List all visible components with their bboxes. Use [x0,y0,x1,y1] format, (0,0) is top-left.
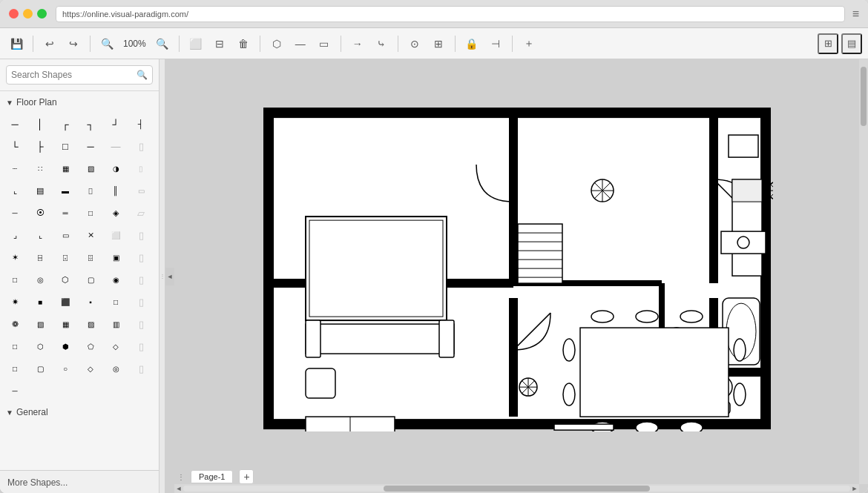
shape-oct[interactable]: ⬡ [30,336,50,357]
shape-blank13[interactable] [55,380,76,401]
shape-wall-v[interactable]: │ [30,113,50,134]
select-mode-button[interactable]: ⊙ [404,33,425,54]
shape-x-cross[interactable]: ⨯ [80,225,101,245]
page-tab-1[interactable]: Page-1 [191,470,233,483]
shape-round-sq[interactable]: ▢ [80,269,101,290]
shape-blank[interactable]: ▯ [131,136,151,156]
shape-blank3[interactable]: ▭ [131,180,151,201]
shape-asterisk[interactable]: ✷ [4,291,25,312]
shape-circle-sq[interactable]: ◎ [30,269,50,290]
floor-plan-section-header[interactable]: ▼ Floor Plan [0,94,159,110]
shape-corner2[interactable]: ⌞ [4,180,25,201]
shape-corner-br[interactable]: ┘ [105,113,126,134]
shape-h-line[interactable]: ─ [80,136,101,156]
lock-button[interactable]: 🔒 [461,33,482,54]
canvas-scroll-left-arrow[interactable]: ◄ [165,268,174,285]
distribute-button[interactable]: ⊣ [485,33,506,54]
delete-button[interactable]: 🗑 [233,33,254,54]
search-icon[interactable]: 🔍 [137,70,148,80]
close-button[interactable] [9,9,19,19]
shape-sq6[interactable]: □ [105,291,126,312]
shape-frame[interactable]: ⬜ [105,225,126,245]
search-input[interactable] [11,70,137,80]
sidebar-resize-handle[interactable]: ⋮ [160,59,165,493]
shape-window[interactable]: ⌷ [80,180,101,201]
shape-blank14[interactable] [80,380,101,401]
paste-button[interactable]: ⊟ [209,33,230,54]
scroll-left-arrow[interactable]: ◄ [174,484,183,493]
shape-corner-tr[interactable]: ┐ [80,113,101,134]
shape-misc3[interactable]: ○ [55,358,76,379]
shape-misc5[interactable]: ◎ [105,358,126,379]
shape-sq10[interactable]: ▥ [105,314,126,334]
shape-radial[interactable]: ⦿ [30,202,50,223]
shape-double[interactable]: ═ [55,202,76,223]
shape-blank7[interactable]: ▯ [131,269,151,290]
shape-sq2[interactable]: □ [4,269,25,290]
shape-blank10[interactable]: ▯ [131,336,151,357]
shape-view[interactable]: ▤ [30,180,50,201]
shape-sq9[interactable]: ▨ [80,314,101,334]
grid-view-button[interactable]: ⊞ [818,33,838,54]
shape-multi[interactable]: ◉ [105,269,126,290]
shape-misc2[interactable]: ▢ [30,358,50,379]
shape-hatch[interactable]: ▦ [55,158,76,179]
shape-line-h[interactable]: ─ [4,380,25,401]
add-page-button[interactable]: + [239,469,254,484]
shape-corner-tl[interactable]: ┌ [55,113,76,134]
shape-narrow[interactable]: ║ [105,180,126,201]
maximize-button[interactable] [37,9,47,19]
shape-flower[interactable]: ✶ [4,247,25,268]
shape-l-corner[interactable]: ⌟ [4,225,25,245]
shape-sq8[interactable]: ▦ [55,314,76,334]
shape-radial2[interactable]: ⬡ [55,269,76,290]
shape-rect-sm[interactable]: ▬ [55,180,76,201]
shape-badge[interactable]: ◑ [105,158,126,179]
shape-l-flip[interactable]: ⌞ [30,225,50,245]
menu-icon[interactable]: ≡ [852,7,859,21]
shape-sq4[interactable]: ⬛ [55,291,76,312]
shape-misc1[interactable]: □ [4,358,25,379]
minimize-button[interactable] [23,9,33,19]
copy-button[interactable]: ⬜ [185,33,206,54]
search-input-wrap[interactable]: 🔍 [6,65,153,85]
shape-dots-grid[interactable]: ∷ [30,158,50,179]
shape-style-button[interactable]: ▭ [314,33,335,54]
general-section-header[interactable]: ▼ General [0,404,159,420]
shape-wide-rect[interactable]: ▭ [55,225,76,245]
shape-blank12[interactable] [30,380,50,401]
url-bar[interactable]: https://online.visual-paradigm.com/ [56,6,845,22]
shape-blank11[interactable]: ▯ [131,358,151,379]
shape-grid-sm[interactable]: ⌸ [30,247,50,268]
shape-blank16[interactable] [131,380,151,401]
horizontal-scroll-thumb[interactable] [384,486,651,492]
stroke-button[interactable]: — [290,33,311,54]
shape-dia[interactable]: ◇ [105,336,126,357]
shape-pent[interactable]: ⬠ [80,336,101,357]
vertical-scroll-thumb[interactable] [861,67,867,126]
shape-sq3[interactable]: ■ [30,291,50,312]
zoom-in-button[interactable]: 🔍 [152,33,173,54]
shape-wall-end[interactable]: ┤ [131,113,151,134]
shape-sq11[interactable]: □ [4,336,25,357]
shape-blank2[interactable]: ▯ [131,158,151,179]
shape-corner-bl[interactable]: └ [4,136,25,156]
shape-hex[interactable]: ⬢ [55,336,76,357]
shape-cross-hatch[interactable]: ▧ [80,158,101,179]
shape-sq5[interactable]: ▪ [80,291,101,312]
shape-blank15[interactable] [105,380,126,401]
shape-grid3[interactable]: ⌹ [80,247,101,268]
undo-button[interactable]: ↩ [39,33,60,54]
zoom-out-button[interactable]: 🔍 [96,33,117,54]
panel-toggle-button[interactable]: ▤ [841,33,862,54]
arrow-button[interactable]: → [347,33,368,54]
shape-blank5[interactable]: ▯ [131,225,151,245]
shape-sq7[interactable]: ▧ [30,314,50,334]
save-button[interactable]: 💾 [6,33,27,54]
connector-button[interactable]: ⤷ [371,33,392,54]
shape-misc4[interactable]: ◇ [80,358,101,379]
shape-blank9[interactable]: ▯ [131,314,151,334]
shape-blank6[interactable]: ▯ [131,247,151,268]
shape-gap[interactable]: — [105,136,126,156]
redo-button[interactable]: ↪ [63,33,84,54]
